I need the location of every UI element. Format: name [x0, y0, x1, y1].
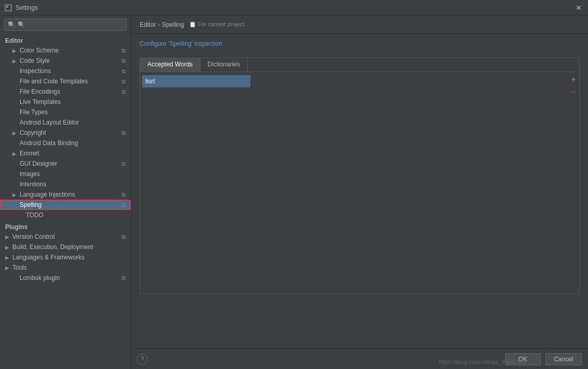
sidebar-label-build: Build, Execution, Deployment [12, 243, 93, 251]
breadcrumb-current: Spelling [162, 21, 184, 28]
sidebar-item-lombok[interactable]: ▶ Lombok plugin ⧉ [0, 273, 131, 283]
sidebar-label-file-code-templates: File and Code Templates [20, 78, 88, 85]
expand-arrow-icon: ▶ [5, 265, 10, 271]
sidebar-label-inspections: Inspections [20, 67, 51, 75]
sidebar-item-file-encodings[interactable]: ▶ File Encodings ⧉ [0, 86, 131, 97]
copy-icon: ⧉ [122, 234, 126, 240]
cancel-button[interactable]: Cancel [545, 353, 582, 365]
footer-url: https://blog.csdn.net/qq_36841482 [439, 359, 526, 365]
sidebar-label-gui-designer: GUI Designer [20, 160, 57, 167]
expand-arrow-icon: ▶ [12, 58, 18, 64]
sidebar-label-android-data-binding: Android Data Binding [20, 139, 78, 147]
main-layout: 🔍 Editor ▶ Color Scheme ⧉ ▶ Code Style ⧉… [0, 15, 588, 369]
sidebar-section-editor: Editor [0, 34, 131, 45]
help-button[interactable]: ? [137, 354, 148, 365]
sidebar-item-version-control[interactable]: ▶ Version Control ⧉ [0, 232, 131, 242]
sidebar-item-inspections[interactable]: ▶ Inspections ⧉ [0, 66, 131, 76]
copy-icon: ⧉ [122, 202, 126, 208]
word-input[interactable] [142, 75, 250, 87]
copy-icon: ⧉ [122, 191, 126, 198]
search-box[interactable]: 🔍 [4, 19, 127, 31]
copy-icon: ⧉ [122, 89, 126, 95]
sidebar-item-file-code-templates[interactable]: ▶ File and Code Templates ⧉ [0, 76, 131, 86]
breadcrumb-project-text: For current project [198, 21, 244, 27]
svg-rect-1 [6, 6, 8, 8]
sidebar-label-images: Images [20, 170, 40, 178]
sidebar-item-intentions[interactable]: ▶ Intentions [0, 179, 131, 189]
tab-content-accepted-words: + − [140, 72, 579, 293]
sidebar-item-file-types[interactable]: ▶ File Types [0, 107, 131, 117]
sidebar-item-copyright[interactable]: ▶ Copyright ⧉ [0, 128, 131, 138]
project-icon: 📋 [189, 21, 196, 27]
tabs-header: Accepted Words Dictionaries [140, 58, 579, 72]
sidebar-label-tools: Tools [12, 264, 27, 271]
breadcrumb-editor[interactable]: Editor [140, 21, 156, 28]
breadcrumb-separator: › [158, 21, 160, 28]
close-button[interactable]: ✕ [574, 3, 584, 13]
sidebar-label-live-templates: Live Templates [20, 98, 61, 106]
tab-dictionaries[interactable]: Dictionaries [200, 58, 248, 72]
expand-arrow-icon: ▶ [12, 48, 18, 54]
sidebar-label-languages: Languages & Frameworks [12, 254, 85, 261]
sidebar-item-android-layout-editor[interactable]: ▶ Android Layout Editor [0, 117, 131, 128]
breadcrumb-project: 📋 For current project [189, 21, 244, 28]
sidebar-label-todo: TODO [26, 212, 43, 219]
search-input[interactable] [18, 21, 123, 28]
sidebar-item-language-injections[interactable]: ▶ Language Injections ⧉ [0, 189, 131, 200]
window-title: Settings [15, 4, 38, 11]
sidebar-item-tools[interactable]: ▶ Tools [0, 262, 131, 273]
sidebar-item-build[interactable]: ▶ Build, Execution, Deployment [0, 242, 131, 252]
copy-icon: ⧉ [122, 161, 126, 167]
copy-icon: ⧉ [122, 275, 126, 282]
sidebar-label-android-layout-editor: Android Layout Editor [20, 119, 79, 126]
sidebar-label-emmet: Emmet [20, 150, 39, 157]
sidebar-item-emmet[interactable]: ▶ Emmet [0, 148, 131, 159]
sidebar-section-plugins[interactable]: Plugins [0, 220, 131, 232]
tabs-container: Accepted Words Dictionaries + − [140, 58, 580, 294]
expand-arrow-icon: ▶ [5, 255, 10, 260]
app-icon [4, 4, 12, 12]
footer: ? https://blog.csdn.net/qq_36841482 OK C… [131, 348, 588, 369]
sidebar-label-copyright: Copyright [20, 129, 46, 136]
sidebar-label-spelling: Spelling [20, 201, 42, 208]
sidebar-label-color-scheme: Color Scheme [20, 47, 59, 54]
word-row [140, 72, 579, 91]
expand-arrow-icon: ▶ [5, 244, 10, 250]
side-buttons: + − [569, 74, 577, 98]
configure-inspection-link[interactable]: Configure 'Spelling' inspection [140, 40, 222, 47]
sidebar-item-android-data-binding[interactable]: ▶ Android Data Binding [0, 138, 131, 148]
expand-arrow-icon: ▶ [12, 130, 18, 136]
remove-word-button[interactable]: − [569, 86, 577, 98]
copy-icon: ⧉ [122, 130, 126, 136]
tab-accepted-words[interactable]: Accepted Words [140, 58, 200, 72]
sidebar-item-todo[interactable]: ▶ TODO [0, 210, 131, 220]
copy-icon: ⧉ [122, 58, 126, 64]
sidebar-label-version-control: Version Control [12, 233, 55, 240]
sidebar-label-code-style: Code Style [20, 57, 50, 64]
sidebar-item-color-scheme[interactable]: ▶ Color Scheme ⧉ [0, 45, 131, 56]
sidebar-label-file-types: File Types [20, 109, 47, 116]
add-word-button[interactable]: + [569, 74, 577, 85]
content-body: Configure 'Spelling' inspection Accepted… [131, 34, 588, 348]
sidebar-label-intentions: Intentions [20, 181, 46, 188]
copy-icon: ⧉ [122, 47, 126, 54]
sidebar-item-code-style[interactable]: ▶ Code Style ⧉ [0, 56, 131, 66]
breadcrumb: Editor › Spelling 📋 For current project [131, 15, 588, 34]
content-area: Editor › Spelling 📋 For current project … [131, 15, 588, 369]
sidebar-label-file-encodings: File Encodings [20, 88, 60, 95]
copy-icon: ⧉ [122, 78, 126, 85]
expand-arrow-icon: ▶ [12, 192, 18, 198]
sidebar-label-language-injections: Language Injections [20, 191, 75, 198]
sidebar-item-gui-designer[interactable]: ▶ GUI Designer ⧉ [0, 159, 131, 169]
sidebar-item-images[interactable]: ▶ Images [0, 169, 131, 179]
sidebar: 🔍 Editor ▶ Color Scheme ⧉ ▶ Code Style ⧉… [0, 15, 131, 369]
sidebar-item-live-templates[interactable]: ▶ Live Templates [0, 97, 131, 107]
expand-arrow-icon: ▶ [12, 151, 18, 156]
sidebar-item-languages[interactable]: ▶ Languages & Frameworks [0, 252, 131, 262]
sidebar-label-lombok: Lombok plugin [20, 274, 60, 282]
expand-arrow-icon: ▶ [5, 234, 10, 240]
sidebar-item-spelling[interactable]: ▶ Spelling ⧉ [0, 200, 131, 210]
search-icon: 🔍 [8, 21, 15, 28]
copy-icon: ⧉ [122, 68, 126, 75]
title-bar: Settings ✕ [0, 0, 588, 15]
